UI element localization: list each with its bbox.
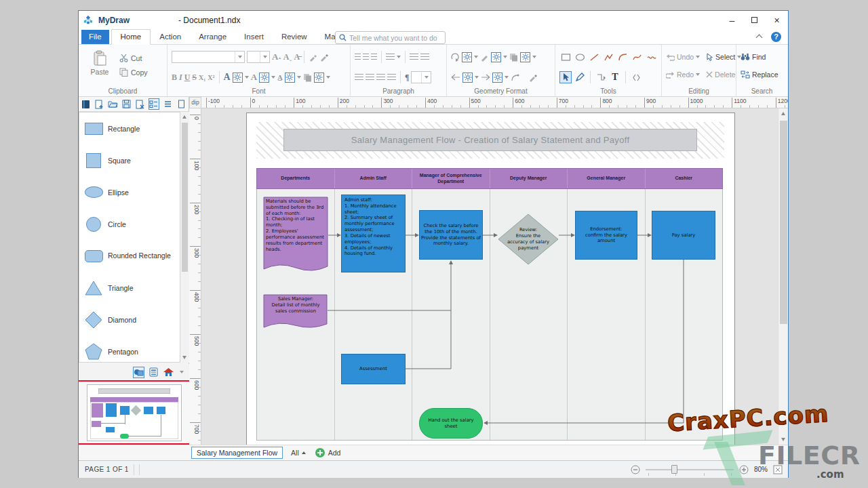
grow-font-button[interactable]: A˔ (272, 52, 281, 62)
geometry-brush-icon[interactable] (528, 73, 537, 82)
superscript-button[interactable]: X² (208, 74, 214, 81)
pilcrow-button[interactable]: ¶ (405, 73, 409, 83)
shapes-pane-icon[interactable] (133, 367, 144, 378)
bold-button[interactable]: B (172, 73, 177, 83)
scroll-down-icon[interactable] (182, 356, 186, 359)
diagram-title[interactable]: Salary Management Flow - Creation of Sal… (283, 129, 697, 151)
chevron-down-icon[interactable] (245, 76, 249, 79)
align-center-icon[interactable] (366, 74, 374, 81)
add-page-button[interactable]: Add (315, 448, 341, 458)
node-materials[interactable]: Materials should be submitted before the… (263, 197, 328, 277)
underline-button[interactable]: U (184, 73, 191, 83)
text-tool[interactable]: T (609, 71, 621, 83)
thumbnail-view-icon[interactable] (149, 98, 159, 110)
page-view-icon[interactable] (176, 98, 186, 110)
shape-item-triangle[interactable]: Triangle (79, 272, 180, 304)
replace-button[interactable]: Replace (741, 67, 778, 82)
node-admin-staff[interactable]: Admin staff: 1. Monthly attendance sheet… (341, 195, 406, 272)
highlight-gear-button[interactable] (314, 73, 324, 83)
maximize-button[interactable] (743, 11, 766, 29)
corner-rounding-icon[interactable] (511, 73, 519, 82)
ellipse-tool[interactable] (574, 51, 586, 63)
shape-item-circle[interactable]: Circle (79, 208, 180, 240)
geometry-fill-gear-button[interactable] (462, 52, 472, 62)
tab-arrange[interactable]: Arrange (190, 30, 235, 44)
align-left-icon[interactable] (355, 74, 363, 81)
shape-item-rectangle[interactable]: Rectangle (79, 113, 180, 144)
zoom-slider[interactable] (646, 469, 734, 470)
curve-tool[interactable] (631, 51, 643, 63)
arrow-begin-gear-button[interactable] (462, 73, 473, 83)
node-assessment[interactable]: Assessment (341, 354, 406, 384)
font-family-dropdown[interactable] (172, 51, 245, 63)
shape-item-rounded-rectangle[interactable]: Rounded Rectangle (79, 240, 180, 272)
align-top-icon[interactable] (355, 54, 361, 60)
text-shadow-gear-button[interactable] (285, 73, 295, 83)
chevron-down-icon[interactable] (505, 76, 509, 79)
line-tool[interactable] (588, 51, 600, 63)
fit-page-button[interactable] (773, 465, 783, 474)
help-button[interactable]: ? (771, 32, 781, 42)
arc-tool[interactable] (616, 51, 629, 63)
shape-item-diamond[interactable]: Diamond (79, 304, 180, 336)
scrollbar-thumb[interactable] (182, 123, 188, 272)
scrollbar-thumb[interactable] (780, 121, 787, 324)
tab-review[interactable]: Review (273, 30, 316, 44)
node-endorsement[interactable]: Endorsement: confirm the salary amount (575, 211, 637, 260)
chevron-down-icon[interactable] (475, 76, 479, 79)
lane-general-manager[interactable]: General Manager (568, 169, 646, 188)
decrease-indent-icon[interactable] (410, 54, 418, 60)
node-hand-out-salary[interactable]: Hand out the salary sheet (419, 408, 483, 439)
freeform-tool[interactable] (645, 51, 657, 63)
align-middle-icon[interactable] (363, 54, 369, 60)
node-review-decision[interactable]: Review: Ensure the accuracy of salary pa… (498, 214, 559, 265)
bullet-list-icon[interactable] (386, 54, 395, 60)
format-brush-icon[interactable] (319, 53, 328, 62)
pen-tool[interactable] (574, 71, 586, 83)
shape-item-square[interactable]: Square (79, 144, 180, 176)
eyedropper-icon[interactable] (309, 53, 317, 62)
chevron-down-icon[interactable] (532, 56, 536, 58)
tab-file[interactable]: File (81, 30, 109, 44)
chevron-down-icon[interactable] (297, 76, 301, 79)
save-library-icon[interactable] (121, 98, 132, 110)
line-spacing-dropdown[interactable] (411, 71, 431, 83)
lane-deputy-manager[interactable]: Deputy Manager (490, 169, 568, 188)
align-bottom-icon[interactable] (371, 54, 377, 60)
new-library-icon[interactable] (94, 98, 105, 110)
zoom-in-button[interactable] (739, 465, 749, 474)
collapse-ribbon-icon[interactable] (755, 35, 764, 40)
shrink-font-button[interactable]: A˯ (283, 52, 292, 62)
list-view-icon[interactable] (162, 98, 173, 110)
clear-formatting-button[interactable]: A̶ (294, 52, 300, 62)
connector-tool[interactable] (595, 71, 607, 83)
lane-manager-comprehensive[interactable]: Manager of Comprehensive Department (412, 169, 490, 188)
zoom-slider-thumb[interactable] (671, 465, 677, 474)
copy-button[interactable]: Copy (119, 66, 148, 79)
pane-options-icon[interactable] (180, 371, 184, 373)
lane-admin-staff[interactable]: Admin Staff (335, 169, 413, 188)
text-stroke-gear-button[interactable] (259, 73, 269, 83)
align-justify-icon[interactable] (387, 74, 396, 81)
node-sales-manager[interactable]: Sales Manager: Detail list of monthly sa… (263, 294, 328, 332)
scroll-up-icon[interactable] (182, 115, 186, 119)
close-library-icon[interactable] (135, 98, 146, 110)
redo-button[interactable]: Redo (666, 67, 700, 82)
tab-home[interactable]: Home (111, 29, 151, 45)
zoom-out-button[interactable] (631, 465, 640, 474)
find-button[interactable]: Find (741, 49, 766, 64)
close-button[interactable]: × (766, 11, 788, 29)
node-pay-salary[interactable]: Pay salary (652, 211, 715, 260)
drawing-canvas[interactable]: Salary Management Flow - Creation of Sal… (201, 108, 778, 445)
delete-button[interactable]: Delete (706, 67, 735, 82)
paste-button[interactable]: Paste (84, 48, 115, 79)
shape-list-scrollbar[interactable] (180, 112, 189, 363)
page-tab-salary-management-flow[interactable]: Salary Management Flow (191, 447, 283, 459)
font-fill-gear-button[interactable] (233, 73, 243, 83)
increase-indent-icon[interactable] (420, 54, 429, 60)
tab-insert[interactable]: Insert (235, 30, 273, 44)
polyline-tool[interactable] (602, 51, 614, 63)
shape-item-ellipse[interactable]: Ellipse (79, 176, 180, 208)
group-brackets-tool[interactable] (630, 71, 642, 83)
chevron-down-icon[interactable] (271, 76, 275, 79)
